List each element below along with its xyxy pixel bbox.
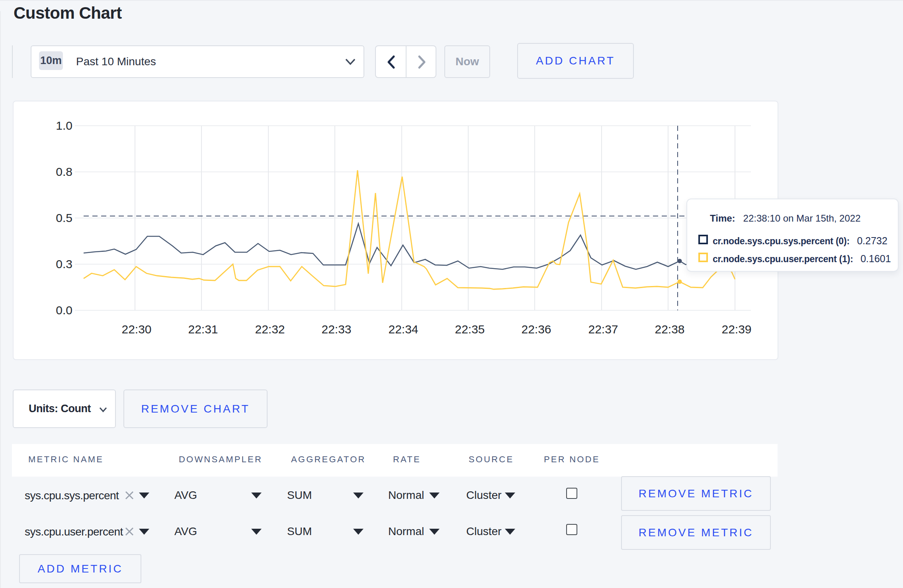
svg-text:22:31: 22:31 — [188, 323, 218, 336]
svg-text:0.8: 0.8 — [56, 165, 72, 178]
svg-text:22:35: 22:35 — [455, 323, 485, 336]
svg-text:22:34: 22:34 — [388, 323, 418, 336]
svg-text:22:39: 22:39 — [721, 323, 751, 336]
svg-text:0.0: 0.0 — [56, 304, 72, 317]
svg-text:22:32: 22:32 — [255, 323, 285, 336]
svg-text:22:33: 22:33 — [321, 323, 351, 336]
svg-text:1.0: 1.0 — [56, 119, 72, 132]
svg-text:22:30: 22:30 — [121, 323, 151, 336]
svg-text:0.3: 0.3 — [56, 257, 72, 271]
svg-text:22:37: 22:37 — [588, 323, 618, 336]
svg-text:0.5: 0.5 — [56, 211, 72, 224]
svg-text:22:38: 22:38 — [655, 323, 684, 336]
svg-text:22:36: 22:36 — [521, 323, 551, 336]
